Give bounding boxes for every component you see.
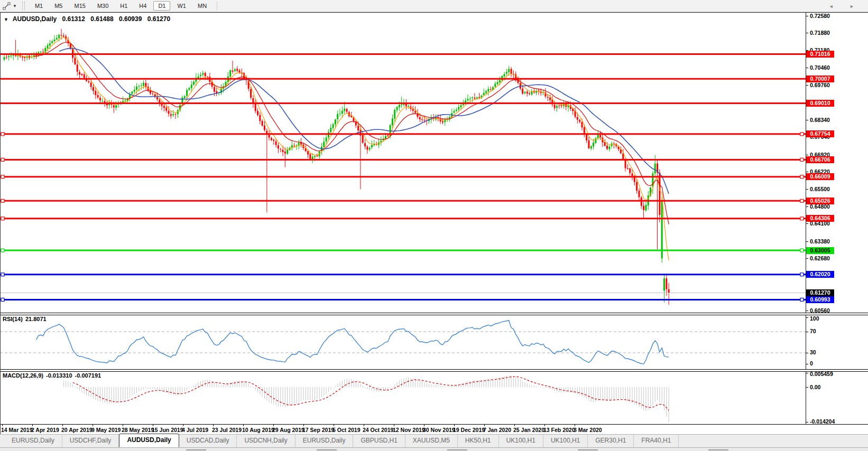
hlines-group	[0, 54, 806, 302]
hline-price-label: 0.70007	[806, 76, 834, 82]
timeframe-button-m30[interactable]: M30	[93, 1, 113, 11]
date-axis-tick	[514, 425, 515, 426]
chart-tab-bar: EURUSD,DailyUSDCHF,DailyAUDUSD,DailyUSDC…	[0, 434, 868, 447]
tab-audusd-daily[interactable]: AUDUSD,Daily	[119, 434, 179, 447]
timeframe-button-m15[interactable]: M15	[69, 1, 90, 11]
date-axis-label: 13 Feb 2020	[543, 427, 575, 433]
macd-label: MACD(12,26,9)-0.013310-0.007191	[3, 372, 104, 379]
tab-gbpusd-h1[interactable]: GBPUSD,H1	[353, 435, 405, 447]
tab-eurusd-daily[interactable]: EURUSD,Daily	[296, 435, 354, 447]
price-axis-label: 0.63380	[810, 238, 830, 245]
current-price-label: 0.61270	[806, 289, 834, 296]
chart-window-border-top	[0, 12, 868, 13]
quote-open: 0.61312	[62, 15, 85, 23]
rsi-indicator-plot[interactable]	[0, 314, 806, 369]
timeframe-button-d1[interactable]: D1	[153, 1, 170, 11]
date-axis-label: 28 May 2019	[122, 427, 154, 433]
tab-uk100-h1[interactable]: UK100,H1	[499, 435, 543, 447]
tab-scroll-left-icon[interactable]: ◄	[829, 4, 841, 9]
timeframe-button-h1[interactable]: H1	[115, 1, 132, 11]
price-axis-label: 0.65500	[810, 186, 830, 192]
chevron-down-icon[interactable]: ▼	[12, 4, 20, 8]
tab-usdcad-daily[interactable]: USDCAD,Daily	[179, 435, 237, 447]
date-axis-tick	[303, 425, 304, 426]
hline-price-label: 0.60993	[806, 296, 834, 303]
date-axis-label: 30 Nov 2019	[423, 427, 455, 433]
date-axis-label: 12 Nov 2019	[393, 427, 425, 433]
panel-splitter[interactable]	[0, 369, 868, 372]
date-axis-tick	[2, 425, 3, 426]
quote-high: 0.61488	[90, 15, 113, 23]
rsi-level-label: 100	[810, 315, 819, 322]
date-axis-label: 24 Oct 2019	[363, 427, 393, 433]
date-axis-label: 19 Dec 2019	[453, 427, 485, 433]
date-axis-border	[0, 424, 868, 425]
hline-price-label: 0.71016	[806, 51, 834, 58]
tab-hk50-h1[interactable]: HK50,H1	[458, 435, 499, 447]
rsi-level-label: 0	[810, 360, 813, 367]
status-strip	[0, 447, 868, 451]
status-divider	[578, 449, 598, 450]
date-axis-tick	[243, 425, 244, 426]
date-axis-tick	[213, 425, 214, 426]
timeframe-button-mn[interactable]: MN	[193, 1, 211, 11]
price-axis-label: 0.68340	[810, 117, 830, 123]
date-axis-tick	[153, 425, 153, 426]
date-axis-tick	[123, 425, 123, 426]
date-axis-label: 23 Jul 2019	[212, 427, 242, 433]
quote-low: 0.60939	[119, 15, 142, 23]
main-chart-plot[interactable]	[0, 13, 806, 313]
candles-group	[4, 29, 670, 305]
macd-signal-line	[73, 377, 669, 410]
date-axis-label: 10 Aug 2019	[242, 427, 274, 433]
macd-indicator-plot[interactable]	[0, 371, 806, 424]
date-axis-tick	[93, 425, 93, 426]
status-divider	[708, 449, 728, 450]
tab-xauusd-m5[interactable]: XAUUSD,M5	[405, 435, 458, 447]
timeframe-button-h4[interactable]: H4	[134, 1, 151, 11]
tab-scroll-right-icon[interactable]: ►	[849, 4, 862, 9]
hline-price-label: 0.62020	[806, 271, 834, 278]
tab-eurusd-daily[interactable]: EURUSD,Daily	[4, 435, 62, 447]
panel-splitter[interactable]	[0, 313, 868, 315]
hline-price-label: 0.67754	[806, 130, 834, 137]
chart-title-row: ▼ AUDUSD,Daily 0.61312 0.61488 0.60939 0…	[4, 15, 170, 23]
medium-ma-line	[34, 42, 669, 224]
date-axis-tick	[575, 425, 575, 426]
date-axis-tick	[364, 425, 364, 426]
date-axis-label: 3 Mar 2020	[574, 427, 602, 433]
date-axis-label: 25 Jan 2020	[513, 427, 544, 433]
date-axis-tick	[273, 425, 274, 426]
timeframe-button-m1[interactable]: M1	[30, 1, 48, 11]
tab-scroll-arrows: ◄ ►	[829, 4, 862, 9]
status-divider	[186, 449, 206, 450]
rsi-level-label: 70	[810, 328, 816, 334]
collapse-triangle-icon[interactable]: ▼	[4, 17, 8, 22]
date-axis-label: 29 Aug 2019	[272, 427, 304, 433]
macd-histogram	[63, 375, 669, 422]
date-axis[interactable]: 14 Mar 20192 Apr 201920 Apr 20199 May 20…	[0, 425, 868, 434]
hline-price-label: 0.65026	[806, 198, 834, 204]
timeframe-button-m5[interactable]: M5	[50, 1, 67, 11]
trendline-tool-icon[interactable]	[1, 1, 12, 11]
rsi-line	[36, 321, 669, 364]
date-axis-label: 9 May 2019	[91, 427, 121, 433]
tab-uk100-h1[interactable]: UK100,H1	[543, 435, 588, 447]
tab-usdchf-daily[interactable]: USDCHF,Daily	[62, 435, 119, 447]
macd-axis-label: 0.00	[810, 384, 820, 390]
date-axis-label: 5 Oct 2019	[333, 427, 361, 433]
price-axis-label: 0.70460	[810, 64, 830, 71]
date-axis-label: 17 Sep 2019	[302, 427, 334, 433]
hline-price-label: 0.64306	[806, 215, 834, 222]
date-axis-label: 20 Apr 2019	[61, 427, 93, 433]
status-divider	[447, 449, 467, 450]
timeframe-button-w1[interactable]: W1	[172, 1, 191, 11]
hline-price-label: 0.63005	[806, 247, 834, 254]
date-axis-tick	[424, 425, 424, 426]
tab-fra40-h1[interactable]: FRA40,H1	[634, 435, 679, 447]
tab-usdcnh-daily[interactable]: USDCNH,Daily	[237, 435, 295, 447]
date-axis-tick	[62, 425, 63, 426]
tab-ger30-h1[interactable]: GER30,H1	[588, 435, 634, 447]
chart-window-border-left	[0, 12, 1, 434]
toolbar-grip	[22, 2, 25, 10]
